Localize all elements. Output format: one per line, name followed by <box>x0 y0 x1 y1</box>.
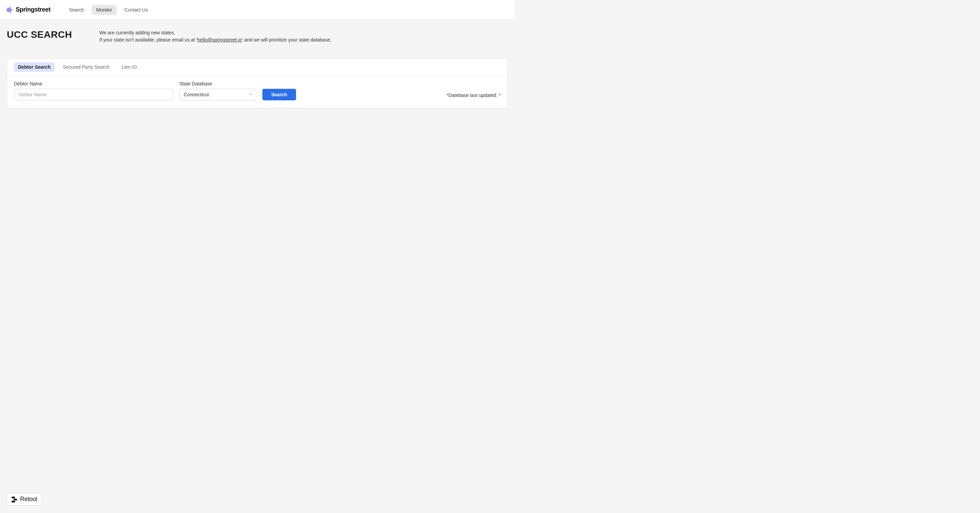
svg-rect-1 <box>8 8 8 12</box>
search-card: Debtor Search Secured Party Search Lien … <box>7 59 508 108</box>
svg-rect-4 <box>11 9 11 11</box>
search-tabs: Debtor Search Secured Party Search Lien … <box>7 59 508 76</box>
nav-item-monitor[interactable]: Monitor <box>92 5 117 15</box>
svg-rect-5 <box>12 10 13 10</box>
debtor-name-field: Debtor Name <box>14 81 173 100</box>
svg-rect-0 <box>7 8 8 11</box>
state-database-label: State Database <box>179 81 256 86</box>
main-nav: Search Monitor Contact Us <box>64 5 153 15</box>
main-content: UCC SEARCH We are currently adding new s… <box>0 20 514 118</box>
debtor-name-label: Debtor Name <box>14 81 173 86</box>
debtor-name-input[interactable] <box>14 89 173 100</box>
state-database-field: State Database Connecticut <box>179 81 256 100</box>
search-button[interactable]: Search <box>262 89 296 100</box>
nav-item-search[interactable]: Search <box>64 5 89 15</box>
tab-debtor-search[interactable]: Debtor Search <box>14 62 55 72</box>
description-line-1: We are currently adding new states. <box>99 29 331 37</box>
page-description: We are currently adding new states. If y… <box>99 29 331 44</box>
page-header: UCC SEARCH We are currently adding new s… <box>7 29 508 44</box>
app-header: Springstreet Search Monitor Contact Us <box>0 0 514 20</box>
search-form: Debtor Name State Database Connecticut S… <box>7 76 508 108</box>
tab-secured-party-search[interactable]: Secured Party Search <box>59 62 114 72</box>
state-database-selected-value: Connecticut <box>179 89 256 100</box>
brand-name: Springstreet <box>16 6 50 13</box>
contact-email-link[interactable]: hello@springstreet.io <box>197 37 242 43</box>
svg-rect-2 <box>9 8 10 11</box>
description-line-2: If your state isn't available, please em… <box>99 37 331 44</box>
brand-logo[interactable]: Springstreet <box>7 6 50 13</box>
tab-lien-id[interactable]: Lien ID <box>118 62 141 72</box>
springstreet-logo-icon <box>7 6 14 13</box>
state-database-select[interactable]: Connecticut <box>179 89 256 100</box>
page-title: UCC SEARCH <box>7 29 72 44</box>
svg-rect-3 <box>10 7 11 13</box>
nav-item-contact-us[interactable]: Contact Us <box>119 5 153 15</box>
last-updated-label: *Datebase last updated: * <box>447 92 501 100</box>
